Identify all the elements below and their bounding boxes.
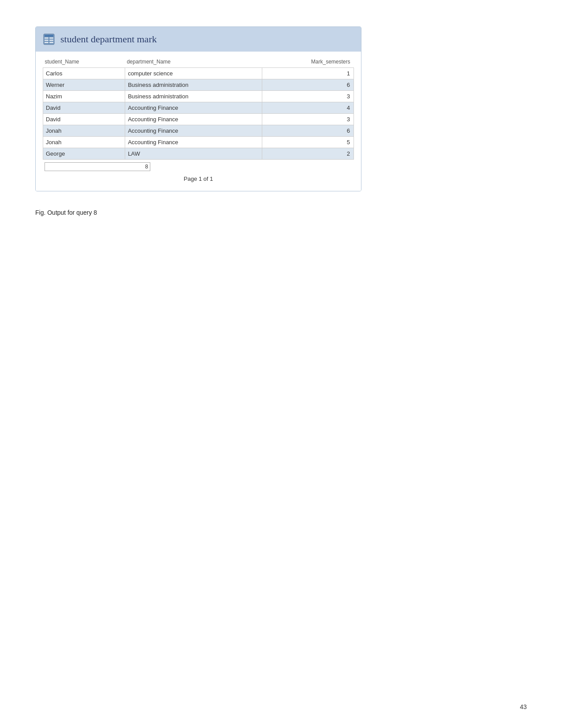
table-cell-student_name: Werner (43, 79, 125, 91)
table-cell-department_name: Accounting Finance (125, 114, 262, 125)
page-container: student department mark student_Name dep… (0, 0, 562, 243)
table-cell-mark_semesters: 2 (262, 148, 354, 160)
col-header-student-name: student_Name (43, 57, 125, 68)
table-row: Carloscomputer science1 (43, 68, 354, 79)
table-row: JonahAccounting Finance6 (43, 125, 354, 137)
table-cell-student_name: Nazim (43, 91, 125, 102)
svg-rect-4 (45, 40, 48, 41)
table-cell-mark_semesters: 1 (262, 68, 354, 79)
table-cell-department_name: LAW (125, 148, 262, 160)
table-cell-department_name: Business administration (125, 91, 262, 102)
table-cell-mark_semesters: 4 (262, 102, 354, 114)
svg-rect-7 (49, 42, 53, 43)
table-row: DavidAccounting Finance3 (43, 114, 354, 125)
table-cell-student_name: George (43, 148, 125, 160)
table-cell-department_name: computer science (125, 68, 262, 79)
table-cell-department_name: Business administration (125, 79, 262, 91)
svg-rect-5 (49, 40, 53, 41)
table-cell-student_name: David (43, 114, 125, 125)
query-result-panel: student department mark student_Name dep… (35, 26, 361, 191)
table-cell-mark_semesters: 3 (262, 91, 354, 102)
data-table: student_Name department_Name Mark_semest… (43, 57, 354, 160)
panel-header: student department mark (36, 27, 361, 52)
page-number: 43 (520, 703, 527, 710)
table-row: WernerBusiness administration6 (43, 79, 354, 91)
table-cell-department_name: Accounting Finance (125, 125, 262, 137)
pagination-row (43, 160, 354, 173)
table-cell-student_name: David (43, 102, 125, 114)
table-cell-mark_semesters: 6 (262, 125, 354, 137)
table-cell-mark_semesters: 5 (262, 137, 354, 148)
table-row: JonahAccounting Finance5 (43, 137, 354, 148)
col-header-mark-semesters: Mark_semesters (262, 57, 354, 68)
table-row: NazimBusiness administration3 (43, 91, 354, 102)
table-cell-mark_semesters: 6 (262, 79, 354, 91)
table-cell-student_name: Jonah (43, 125, 125, 137)
table-cell-department_name: Accounting Finance (125, 137, 262, 148)
table-row: DavidAccounting Finance4 (43, 102, 354, 114)
page-input[interactable] (45, 162, 150, 171)
svg-rect-6 (45, 42, 48, 43)
svg-rect-2 (45, 37, 48, 39)
table-row: GeorgeLAW2 (43, 148, 354, 160)
fig-caption: Fig. Output for query 8 (35, 209, 527, 216)
page-label: Page 1 of 1 (43, 175, 354, 186)
database-table-icon (43, 33, 55, 45)
table-header-row: student_Name department_Name Mark_semest… (43, 57, 354, 68)
col-header-department-name: department_Name (125, 57, 262, 68)
table-cell-student_name: Carlos (43, 68, 125, 79)
table-cell-student_name: Jonah (43, 137, 125, 148)
table-cell-department_name: Accounting Finance (125, 102, 262, 114)
panel-title: student department mark (60, 34, 157, 45)
table-wrapper: student_Name department_Name Mark_semest… (36, 52, 361, 191)
table-cell-mark_semesters: 3 (262, 114, 354, 125)
svg-rect-3 (49, 37, 53, 39)
